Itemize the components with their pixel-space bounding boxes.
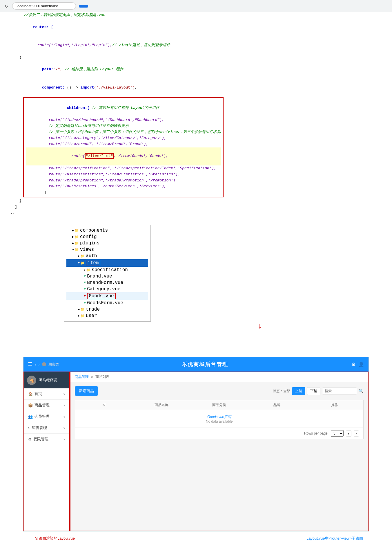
table-body: Goods.vue页面 No data available [75,410,363,428]
sidebar-label-goods: 商品管理 [35,403,63,408]
tree-item-trade[interactable]: ▶ 📁 trade [66,306,148,313]
code-block: //参数二：转到的指定页面，固定名称都是.vue routes: [ route… [6,12,386,216]
menu-icon[interactable]: ☰ [28,361,32,367]
next-page-btn[interactable]: › [354,430,359,437]
admin-main: 商品管理 » 商品列表 新增商品 状态：全部 上架 下架 [70,372,369,531]
admin-header: ☰ ‹ › 朋友类 乐优商城后台管理 ⚙ 👤 [23,357,369,372]
status-off-btn[interactable]: 下架 [307,387,320,395]
tree-item-item[interactable]: ▼ 📁 item [66,259,148,267]
chevron-item: ▼ [78,262,80,265]
sidebar-item-sales[interactable]: $ 销售管理 ∨ [24,422,69,434]
arrow-members: ∨ [63,415,65,418]
code-children: children:[ // 其它所有组件都是 Layout的子组件 [26,99,221,117]
chevron-components: ▶ [72,229,74,232]
url-bar[interactable]: localhost:9001/#/item/list [12,2,76,10]
code-routes: routes: [ [6,18,386,36]
tree-label-brand-vue: Brand.vue [87,274,112,279]
annotation-right-wrapper: Layout.vue中<router-view>子路由 [196,536,386,541]
chevron-auth: ▶ [78,254,80,258]
tree-item-config[interactable]: ▶ 📁 config [66,234,148,240]
tree-item-components[interactable]: ▶ 📁 components [66,227,148,234]
tree-item-goodsform-vue[interactable]: ▼ GoodsForm.vue [66,300,148,306]
prev-page-btn[interactable]: ‹ [346,430,351,437]
tree-item-goods-vue[interactable]: ▼ Goods.vue [66,292,148,300]
vue-icon-category: ▼ [84,287,86,291]
header-right: ⚙ 👤 [351,362,364,367]
code-component: component: () => import('./views/Layout'… [6,79,386,97]
tree-item-category-vue[interactable]: ▼ Category.vue [66,286,148,292]
settings-icon[interactable]: ⚙ [351,362,355,367]
tree-item-user[interactable]: ▶ 📁 user [66,313,148,319]
sidebar-label-members: 会员管理 [35,414,63,419]
sidebar-item-auth[interactable]: ⚙ 权限管理 ∨ [24,434,69,445]
nav-back-icon[interactable]: ‹ [35,362,36,367]
route-category: route("/item/category",'/item/Category',… [26,135,221,141]
code-bracket-close: ] [26,190,221,196]
admin-mockup: ☰ ‹ › 朋友类 乐优商城后台管理 ⚙ 👤 🐴 黑 [23,357,369,531]
arrow-goods: ∨ [63,404,65,407]
file-tree: ▶ 📁 components ▶ 📁 config ▶ 📁 plugins ▼ … [64,225,151,322]
bottom-annotations: 父路由渲染的Layou.vue Layout.vue中<router-view>… [0,534,392,543]
chevron-trade: ▶ [78,308,80,311]
tree-item-auth[interactable]: ▶ 📁 auth [66,253,148,259]
kw-path: path: [24,67,53,71]
col-action: 操作 [306,403,363,408]
vue-icon-goodsform: ▼ [84,301,86,305]
arrow-sales: ∨ [63,426,65,430]
col-id: id [75,403,133,408]
folder-icon-specification: 📁 [86,268,90,272]
admin-ui: ☰ ‹ › 朋友类 乐优商城后台管理 ⚙ 👤 🐴 黑 [23,357,369,531]
route-list-line: route("/item/list", /item/Goods','Goods'… [26,147,221,165]
no-data-text: No data available [206,419,233,424]
new-goods-button[interactable]: 新增商品 [75,386,98,396]
members-icon: 👥 [28,415,33,419]
breadcrumb-goods-mgmt[interactable]: 商品管理 [75,375,89,379]
annotation-left: 父路由渲染的Layou.vue [35,536,75,540]
folder-icon-trade: 📁 [80,307,85,312]
sidebar-item-home[interactable]: 🏠 首页 ∨ [24,388,69,400]
comment-children: // 其它所有组件都是 Layout的子组件 [89,106,159,110]
browser-bar: ↻ localhost:9001/#/item/list [0,0,392,12]
category-label: 朋友类 [48,362,59,367]
nav-forward-icon[interactable]: › [38,362,39,367]
gap2 [0,331,392,339]
sidebar-item-goods[interactable]: 📦 商品管理 ∨ [24,400,69,411]
code-route-login: route("/login",'/Login',"Login"),// /log… [6,36,386,54]
search-input[interactable] [322,388,357,394]
rows-per-page-label: Rows per page: [304,431,329,435]
tree-item-plugins[interactable]: ▶ 📁 plugins [66,240,148,246]
comment-path: // 根路径，路由到 Layout 组件 [62,67,124,71]
auth-icon: ⚙ [28,437,32,442]
folder-icon-views: 📁 [75,248,79,252]
sidebar-label-auth: 权限管理 [33,437,63,442]
tree-label-auth: auth [86,253,97,259]
goods-icon: 📦 [28,403,33,408]
sidebar-label-sales: 销售管理 [32,425,63,430]
vue-icon-brand: ▼ [84,274,86,278]
refresh-button[interactable]: ↻ [3,3,9,9]
browser-action-button[interactable] [79,5,88,8]
route-brand: route("/item/brand", '/item/Brand','Bran… [26,141,221,147]
tree-label-components: components [80,228,108,233]
route-promotion: route("/trade/promotion",'/trade/Promoti… [26,178,221,184]
gap3 [0,339,392,348]
page-size-select[interactable]: 5 10 20 [331,430,344,437]
status-on-btn[interactable]: 上架 [292,387,305,395]
tree-item-brandform-vue[interactable]: ▼ BrandForm.vue [66,280,148,286]
code-path: path:"/", // 根路径，路由到 Layout 组件 [6,60,386,78]
breadcrumb-sep: » [91,375,93,379]
down-arrow: ↓ [128,322,392,331]
user-icon[interactable]: 👤 [358,362,364,367]
kw-component: component: [24,85,64,90]
tree-item-brand-vue[interactable]: ▼ Brand.vue [66,273,148,280]
vue-icon-brandform: ▼ [84,281,86,285]
folder-icon-config: 📁 [75,235,79,239]
tree-item-views[interactable]: ▼ 📁 views [66,246,148,253]
arrow-auth: ∨ [63,438,65,441]
tree-label-brandform-vue: BrandForm.vue [87,280,123,285]
sidebar-item-members[interactable]: 👥 会员管理 ∨ [24,411,69,422]
route-dashboard: route("/index/dashboard","/Dashboard","D… [26,117,221,123]
search-button[interactable]: 🔍 [359,389,364,393]
tree-item-specification[interactable]: ▶ 📁 specification [66,267,148,273]
admin-body: 🐴 黑马程序员 🏠 首页 ∨ 📦 商品管理 ∨ 👥 [23,372,369,531]
